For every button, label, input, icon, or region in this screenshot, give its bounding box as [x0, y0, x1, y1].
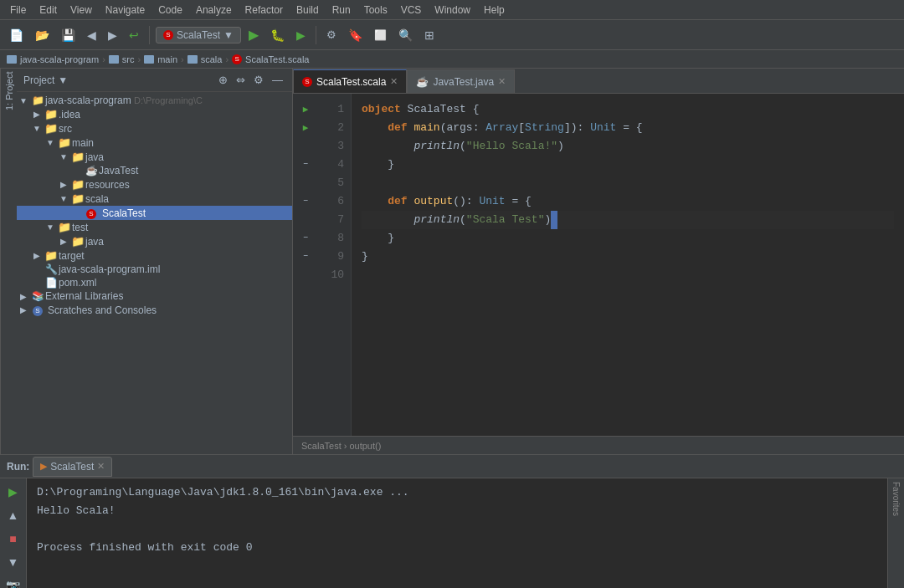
idea-folder-icon: 📁 [44, 108, 59, 120]
tree-item-test[interactable]: ▼ 📁 test [17, 220, 292, 234]
tree-item-pom[interactable]: 📄 pom.xml [17, 276, 292, 289]
scroll-down-button[interactable]: ▼ [6, 554, 21, 570]
code-content[interactable]: object ScalaTest { def main(args: Array[… [352, 94, 904, 436]
back-button[interactable]: ◀ [83, 26, 100, 44]
bottom-tab-close[interactable]: ✕ [97, 461, 105, 472]
tab-scalatest-close[interactable]: ✕ [390, 76, 398, 87]
tree-item-main[interactable]: ▼ 📁 main [17, 135, 292, 150]
tree-arrow-src: ▼ [30, 124, 44, 133]
menu-help[interactable]: Help [477, 3, 511, 18]
project-panel-label[interactable]: 1: Project [0, 69, 17, 454]
tree-item-scala-folder[interactable]: ▼ 📁 scala [17, 192, 292, 206]
run-config-selector[interactable]: S ScalaTest ▼ [156, 27, 241, 43]
forward-button[interactable]: ▶ [104, 26, 121, 44]
tab-javatest[interactable]: ☕ JavaTest.java ✕ [407, 69, 515, 93]
scroll-up-button[interactable]: ▲ [6, 507, 21, 524]
tree-item-scratches[interactable]: ▶ S Scratches and Consoles [17, 303, 292, 317]
menu-analyze[interactable]: Analyze [189, 3, 239, 18]
breadcrumb-scala[interactable]: scala [201, 54, 223, 64]
menu-edit[interactable]: Edit [33, 3, 64, 18]
tree-item-scalatest[interactable]: S ScalaTest [17, 206, 292, 220]
find-button[interactable]: 🔍 [394, 26, 417, 44]
status-breadcrumb-text: ScalaTest › output() [301, 441, 381, 451]
sidebar-dropdown-icon[interactable]: ▼ [58, 74, 68, 86]
tree-item-resources[interactable]: ▶ 📁 resources [17, 177, 292, 192]
run-config-dropdown-icon: ▼ [223, 29, 234, 41]
tab-scalatest[interactable]: S ScalaTest.scala ✕ [293, 69, 407, 93]
menu-navigate[interactable]: Navigate [99, 3, 152, 18]
open-button[interactable]: 📂 [31, 26, 54, 44]
collapse-all-button[interactable]: ⇔ [234, 73, 248, 87]
tree-item-javatest[interactable]: ☕ JavaTest [17, 164, 292, 177]
search-button[interactable]: ⚙ [322, 26, 341, 43]
bottom-tab-icon: ▶ [40, 461, 47, 472]
fold-gutter-4[interactable]: − [303, 156, 308, 174]
terminal-button[interactable]: ⬜ [370, 27, 391, 43]
menu-view[interactable]: View [64, 3, 99, 18]
gutter-4[interactable]: − [295, 156, 316, 174]
menu-build[interactable]: Build [290, 3, 326, 18]
run-config-label: ScalaTest [177, 29, 220, 41]
menu-file[interactable]: File [3, 3, 33, 18]
bottom-tab-label: ScalaTest [50, 461, 94, 473]
tree-item-java[interactable]: ▼ 📁 java [17, 150, 292, 164]
breadcrumb-file[interactable]: ScalaTest.scala [245, 54, 309, 64]
tree-item-test-java[interactable]: ▶ 📁 java [17, 234, 292, 248]
tab-javatest-close[interactable]: ✕ [498, 76, 506, 87]
run-gutter-2[interactable]: ▶ [303, 119, 309, 137]
tree-item-external[interactable]: ▶ 📚 External Libraries [17, 289, 292, 303]
fold-gutter-9[interactable]: − [303, 248, 308, 266]
sidebar-header: Project ▼ ⊕ ⇔ ⚙ — [17, 69, 292, 92]
bottom-tab-scalatest[interactable]: ▶ ScalaTest ✕ [33, 457, 112, 477]
java-folder-icon: 📁 [70, 151, 85, 163]
debug-button[interactable]: 🐛 [266, 26, 289, 44]
locate-file-button[interactable]: ⊕ [216, 73, 230, 87]
undo-button[interactable]: ↩ [125, 26, 143, 44]
toolbar-separator [149, 26, 150, 44]
breadcrumb-main[interactable]: main [157, 54, 177, 64]
menu-vcs[interactable]: VCS [394, 3, 429, 18]
run-again-button[interactable]: ▶ [7, 483, 19, 500]
gutter-8[interactable]: − [295, 229, 316, 248]
breadcrumb-sep-3: › [181, 54, 184, 64]
menu-refactor[interactable]: Refactor [239, 3, 290, 18]
tree-item-iml[interactable]: 🔧 java-scala-program.iml [17, 263, 292, 276]
tree-item-root[interactable]: ▼ 📁 java-scala-program D:\Programing\C [17, 94, 292, 107]
bottom-content: ▶ ▲ ■ ▼ 📷 ⇄ D:\Programing\Language\Java\… [0, 478, 904, 588]
run-button[interactable]: ▶ [244, 24, 263, 45]
bookmark-button[interactable]: 🔖 [344, 26, 367, 44]
menu-code[interactable]: Code [152, 3, 189, 18]
run-gutter-1[interactable]: ▶ [303, 100, 309, 119]
test-java-folder-icon: 📁 [70, 235, 85, 248]
gutter-2[interactable]: ▶ [295, 119, 316, 137]
gutter-1[interactable]: ▶ [295, 100, 316, 119]
close-sidebar-button[interactable]: — [270, 73, 285, 87]
menu-tools[interactable]: Tools [357, 3, 394, 18]
tree-item-target[interactable]: ▶ 📁 target [17, 248, 292, 263]
screenshot-button[interactable]: 📷 [4, 577, 22, 588]
file-tree: ▼ 📁 java-scala-program D:\Programing\C ▶… [17, 92, 292, 454]
tree-label-src: src [59, 123, 72, 135]
brace-8: } [388, 229, 394, 248]
fold-gutter-6[interactable]: − [303, 192, 308, 211]
menu-window[interactable]: Window [428, 3, 477, 18]
structure-button[interactable]: ⊞ [420, 26, 439, 44]
menu-run[interactable]: Run [326, 3, 357, 18]
tree-label-target: target [59, 250, 85, 262]
new-file-button[interactable]: 📄 [5, 26, 28, 44]
coverage-button[interactable]: ▶ [292, 26, 310, 44]
gutter-6[interactable]: − [295, 192, 316, 211]
fold-gutter-8[interactable]: − [303, 229, 308, 248]
test-folder-icon: 📁 [57, 221, 72, 233]
paren-close-7: ) [544, 211, 551, 229]
breadcrumb-src[interactable]: src [122, 54, 135, 64]
breadcrumb-project[interactable]: java-scala-program [20, 54, 99, 64]
code-editor[interactable]: ▶ ▶ − − − − 1 2 3 4 5 6 7 8 9 [293, 94, 904, 436]
tab-java-icon: ☕ [416, 76, 429, 88]
tree-item-idea[interactable]: ▶ 📁 .idea [17, 107, 292, 121]
tree-item-src[interactable]: ▼ 📁 src [17, 121, 292, 135]
save-button[interactable]: 💾 [57, 26, 80, 44]
settings-button[interactable]: ⚙ [251, 73, 266, 87]
gutter-9[interactable]: − [295, 248, 316, 266]
stop-button[interactable]: ■ [8, 530, 18, 547]
